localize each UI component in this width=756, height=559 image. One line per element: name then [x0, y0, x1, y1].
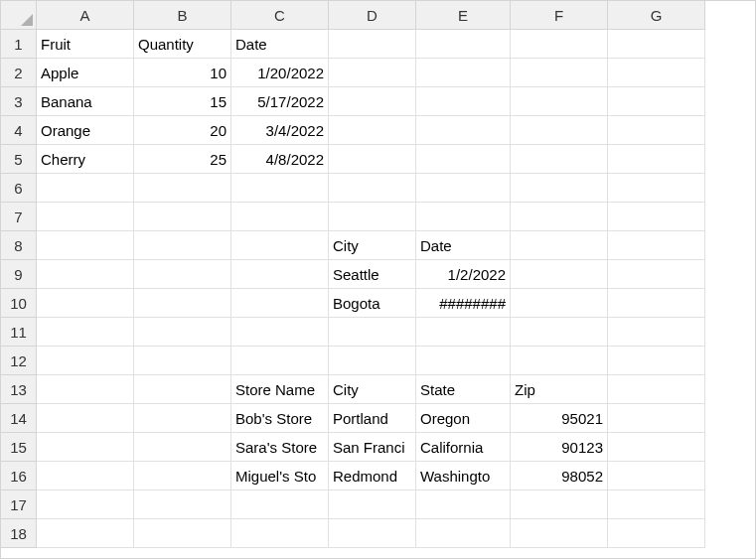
cell-B17[interactable]	[134, 490, 231, 519]
cell-C13[interactable]: Store Name	[231, 375, 329, 404]
cell-A8[interactable]	[37, 231, 134, 260]
cell-G9[interactable]	[608, 260, 705, 289]
cell-A13[interactable]	[37, 375, 134, 404]
cell-F17[interactable]	[511, 490, 608, 519]
cell-C9[interactable]	[231, 260, 329, 289]
cell-F12[interactable]	[511, 347, 608, 375]
cell-G3[interactable]	[608, 87, 705, 116]
cell-E1[interactable]	[416, 30, 511, 59]
cell-D15[interactable]: San Franci	[329, 433, 416, 462]
cell-B7[interactable]	[134, 203, 231, 231]
cell-B13[interactable]	[134, 375, 231, 404]
cell-A2[interactable]: Apple	[37, 59, 134, 87]
cell-A12[interactable]	[37, 347, 134, 375]
cell-C16[interactable]: Miguel's Sto	[231, 462, 329, 490]
cell-G2[interactable]	[608, 59, 705, 87]
cell-C5[interactable]: 4/8/2022	[231, 145, 329, 174]
cell-A3[interactable]: Banana	[37, 87, 134, 116]
row-header-10[interactable]: 10	[1, 289, 37, 318]
cell-A16[interactable]	[37, 462, 134, 490]
cell-B3[interactable]: 15	[134, 87, 231, 116]
cell-A18[interactable]	[37, 519, 134, 548]
row-header-6[interactable]: 6	[1, 174, 37, 203]
cell-C8[interactable]	[231, 231, 329, 260]
cell-A11[interactable]	[37, 318, 134, 347]
cell-B12[interactable]	[134, 347, 231, 375]
cell-B1[interactable]: Quantity	[134, 30, 231, 59]
cell-A14[interactable]	[37, 404, 134, 433]
column-header-E[interactable]: E	[416, 1, 511, 30]
cell-A5[interactable]: Cherry	[37, 145, 134, 174]
cell-G17[interactable]	[608, 490, 705, 519]
cell-D1[interactable]	[329, 30, 416, 59]
row-header-17[interactable]: 17	[1, 490, 37, 519]
row-header-1[interactable]: 1	[1, 30, 37, 59]
cell-F13[interactable]: Zip	[511, 375, 608, 404]
cell-C11[interactable]	[231, 318, 329, 347]
cell-G1[interactable]	[608, 30, 705, 59]
row-header-3[interactable]: 3	[1, 87, 37, 116]
cell-F9[interactable]	[511, 260, 608, 289]
row-header-14[interactable]: 14	[1, 404, 37, 433]
cell-E3[interactable]	[416, 87, 511, 116]
row-header-8[interactable]: 8	[1, 231, 37, 260]
cell-A1[interactable]: Fruit	[37, 30, 134, 59]
cell-E14[interactable]: Oregon	[416, 404, 511, 433]
cell-C12[interactable]	[231, 347, 329, 375]
cell-E8[interactable]: Date	[416, 231, 511, 260]
cell-E18[interactable]	[416, 519, 511, 548]
column-header-D[interactable]: D	[329, 1, 416, 30]
cell-E12[interactable]	[416, 347, 511, 375]
column-header-F[interactable]: F	[511, 1, 608, 30]
cell-E17[interactable]	[416, 490, 511, 519]
cell-C2[interactable]: 1/20/2022	[231, 59, 329, 87]
cell-G16[interactable]	[608, 462, 705, 490]
cell-D16[interactable]: Redmond	[329, 462, 416, 490]
cell-A10[interactable]	[37, 289, 134, 318]
cell-A7[interactable]	[37, 203, 134, 231]
cell-D3[interactable]	[329, 87, 416, 116]
cell-A15[interactable]	[37, 433, 134, 462]
column-header-G[interactable]: G	[608, 1, 705, 30]
cell-A17[interactable]	[37, 490, 134, 519]
cell-E7[interactable]	[416, 203, 511, 231]
cell-F2[interactable]	[511, 59, 608, 87]
cell-E13[interactable]: State	[416, 375, 511, 404]
cell-C18[interactable]	[231, 519, 329, 548]
cell-C17[interactable]	[231, 490, 329, 519]
cell-D2[interactable]	[329, 59, 416, 87]
column-header-B[interactable]: B	[134, 1, 231, 30]
cell-D4[interactable]	[329, 116, 416, 145]
cell-A6[interactable]	[37, 174, 134, 203]
column-header-A[interactable]: A	[37, 1, 134, 30]
cell-G7[interactable]	[608, 203, 705, 231]
cell-F8[interactable]	[511, 231, 608, 260]
row-header-18[interactable]: 18	[1, 519, 37, 548]
row-header-11[interactable]: 11	[1, 318, 37, 347]
cell-C10[interactable]	[231, 289, 329, 318]
cell-E9[interactable]: 1/2/2022	[416, 260, 511, 289]
cell-D7[interactable]	[329, 203, 416, 231]
cell-C7[interactable]	[231, 203, 329, 231]
cell-F18[interactable]	[511, 519, 608, 548]
row-header-15[interactable]: 15	[1, 433, 37, 462]
select-all-corner[interactable]	[1, 1, 37, 30]
cell-C4[interactable]: 3/4/2022	[231, 116, 329, 145]
row-header-9[interactable]: 9	[1, 260, 37, 289]
cell-B10[interactable]	[134, 289, 231, 318]
cell-D6[interactable]	[329, 174, 416, 203]
cell-G12[interactable]	[608, 347, 705, 375]
cell-B16[interactable]	[134, 462, 231, 490]
cell-A4[interactable]: Orange	[37, 116, 134, 145]
cell-G10[interactable]	[608, 289, 705, 318]
cell-F5[interactable]	[511, 145, 608, 174]
cell-C15[interactable]: Sara's Store	[231, 433, 329, 462]
cell-E5[interactable]	[416, 145, 511, 174]
cell-E6[interactable]	[416, 174, 511, 203]
cell-F11[interactable]	[511, 318, 608, 347]
cell-E4[interactable]	[416, 116, 511, 145]
cell-F14[interactable]: 95021	[511, 404, 608, 433]
cell-D12[interactable]	[329, 347, 416, 375]
cell-E15[interactable]: California	[416, 433, 511, 462]
cell-D13[interactable]: City	[329, 375, 416, 404]
